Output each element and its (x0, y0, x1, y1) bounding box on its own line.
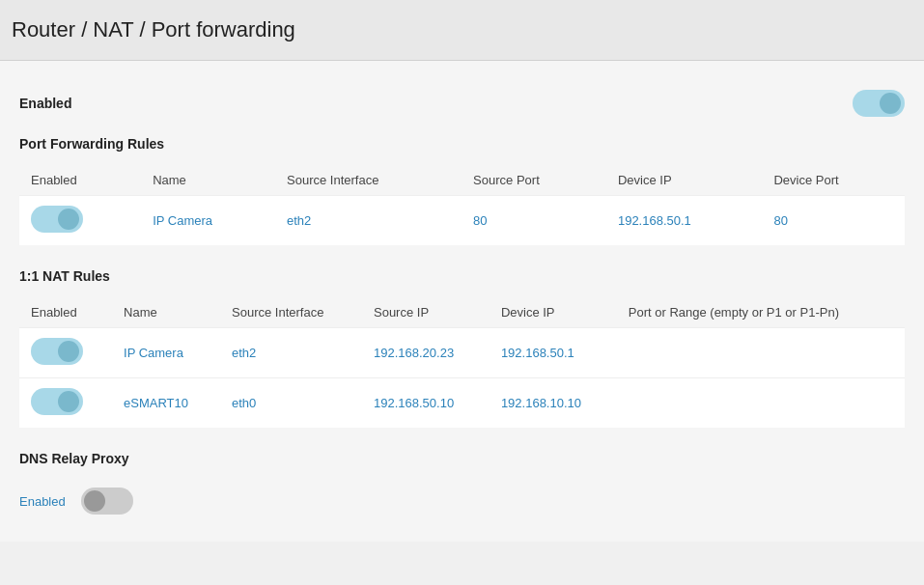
port-forwarding-table-container: Enabled Name Source Interface Source Por… (19, 165, 905, 245)
nat-tbody: IP Camera eth2 192.168.20.23 192.168.50.… (19, 328, 905, 429)
port-forwarding-table: Enabled Name Source Interface Source Por… (19, 165, 905, 245)
nat-row-toggle-thumb (58, 341, 79, 362)
pf-row-toggle[interactable] (31, 206, 83, 233)
nat-table-container: Enabled Name Source Interface Source IP … (19, 297, 905, 428)
nat-col-name: Name (112, 297, 220, 328)
dns-enabled-toggle[interactable] (81, 488, 133, 515)
main-toggle-track (853, 90, 905, 117)
nat-row-name-link[interactable]: IP Camera (124, 346, 183, 360)
pf-row-device-ip[interactable]: 192.168.50.1 (606, 196, 763, 246)
nat-table: Enabled Name Source Interface Source IP … (19, 297, 905, 428)
pf-row-device-port-link[interactable]: 80 (773, 213, 787, 228)
nat-row-toggle-thumb (58, 391, 79, 412)
nat-row-source-interface-link[interactable]: eth0 (232, 396, 256, 410)
nat-col-device-ip: Device IP (490, 297, 617, 328)
table-row: IP Camera eth2 192.168.20.23 192.168.50.… (19, 328, 905, 378)
nat-row-name-link[interactable]: eSMART10 (124, 396, 188, 410)
pf-row-source-port-link[interactable]: 80 (473, 213, 487, 228)
nat-row-toggle[interactable] (31, 388, 83, 415)
pf-row-source-interface[interactable]: eth2 (275, 196, 462, 246)
nat-row-source-interface-link[interactable]: eth2 (232, 346, 256, 360)
nat-row-name[interactable]: eSMART10 (112, 378, 220, 429)
port-forwarding-title: Port Forwarding Rules (19, 136, 905, 155)
page-header: Router / NAT / Port forwarding (0, 0, 924, 61)
pf-col-enabled: Enabled (19, 165, 141, 196)
nat-row-device-ip-link[interactable]: 192.168.10.10 (501, 396, 581, 410)
dns-toggle-track (81, 488, 133, 515)
nat-row-source-ip-link[interactable]: 192.168.50.10 (374, 396, 454, 410)
pf-col-device-ip: Device IP (606, 165, 763, 196)
pf-row-name[interactable]: IP Camera (141, 196, 275, 246)
nat-row-port-range (617, 378, 905, 429)
pf-row-source-port[interactable]: 80 (462, 196, 606, 246)
nat-row-port-range (617, 328, 905, 378)
dns-enabled-row: Enabled (19, 480, 905, 522)
nat-rules-section: 1:1 NAT Rules Enabled Name Source Interf… (19, 268, 905, 428)
nat-col-source-interface: Source Interface (220, 297, 362, 328)
pf-row-toggle-thumb (58, 209, 79, 230)
pf-col-device-port: Device Port (762, 165, 905, 196)
table-row: IP Camera eth2 80 192.168.50.1 80 (19, 196, 905, 246)
dns-enabled-label: Enabled (19, 494, 66, 509)
nat-row-toggle[interactable] (31, 338, 83, 365)
nat-thead: Enabled Name Source Interface Source IP … (19, 297, 905, 328)
port-forwarding-tbody: IP Camera eth2 80 192.168.50.1 80 (19, 196, 905, 246)
pf-col-name: Name (141, 165, 275, 196)
nat-rules-title: 1:1 NAT Rules (19, 268, 905, 288)
nat-col-source-ip: Source IP (362, 297, 490, 328)
pf-row-enabled (19, 196, 141, 246)
port-forwarding-section: Port Forwarding Rules Enabled Name Sourc… (19, 136, 905, 245)
nat-row-toggle-track (31, 338, 83, 365)
pf-row-device-port[interactable]: 80 (762, 196, 905, 246)
pf-col-source-port: Source Port (462, 165, 606, 196)
nat-row-enabled (19, 378, 112, 429)
pf-row-source-interface-link[interactable]: eth2 (287, 213, 311, 228)
page-title: Router / NAT / Port forwarding (12, 17, 295, 42)
main-content: Enabled Port Forwarding Rules Enabled Na… (0, 61, 924, 542)
dns-toggle-thumb (84, 490, 105, 512)
main-enabled-row: Enabled (19, 80, 905, 136)
pf-row-name-link[interactable]: IP Camera (153, 213, 212, 228)
nat-row-device-ip[interactable]: 192.168.10.10 (490, 378, 617, 429)
pf-col-source-interface: Source Interface (275, 165, 462, 196)
dns-relay-section: DNS Relay Proxy Enabled (19, 451, 905, 522)
table-row: eSMART10 eth0 192.168.50.10 192.168.10.1… (19, 378, 905, 429)
nat-row-name[interactable]: IP Camera (112, 328, 220, 378)
nat-row-source-ip[interactable]: 192.168.20.23 (362, 328, 490, 378)
main-toggle-thumb (880, 93, 901, 114)
pf-row-device-ip-link[interactable]: 192.168.50.1 (618, 213, 691, 228)
main-enabled-toggle[interactable] (853, 90, 905, 117)
dns-relay-title: DNS Relay Proxy (19, 451, 905, 470)
nat-row-source-ip[interactable]: 192.168.50.10 (362, 378, 490, 429)
nat-row-source-interface[interactable]: eth0 (220, 378, 362, 429)
nat-row-enabled (19, 328, 112, 378)
main-enabled-label: Enabled (19, 96, 71, 111)
nat-row-source-ip-link[interactable]: 192.168.20.23 (374, 346, 454, 360)
nat-row-device-ip-link[interactable]: 192.168.50.1 (501, 346, 574, 360)
nat-col-port-range: Port or Range (empty or P1 or P1-Pn) (617, 297, 905, 328)
nat-col-enabled: Enabled (19, 297, 112, 328)
nat-row-device-ip[interactable]: 192.168.50.1 (490, 328, 617, 378)
pf-row-toggle-track (31, 206, 83, 233)
port-forwarding-thead: Enabled Name Source Interface Source Por… (19, 165, 905, 196)
nat-row-toggle-track (31, 388, 83, 415)
nat-row-source-interface[interactable]: eth2 (220, 328, 362, 378)
